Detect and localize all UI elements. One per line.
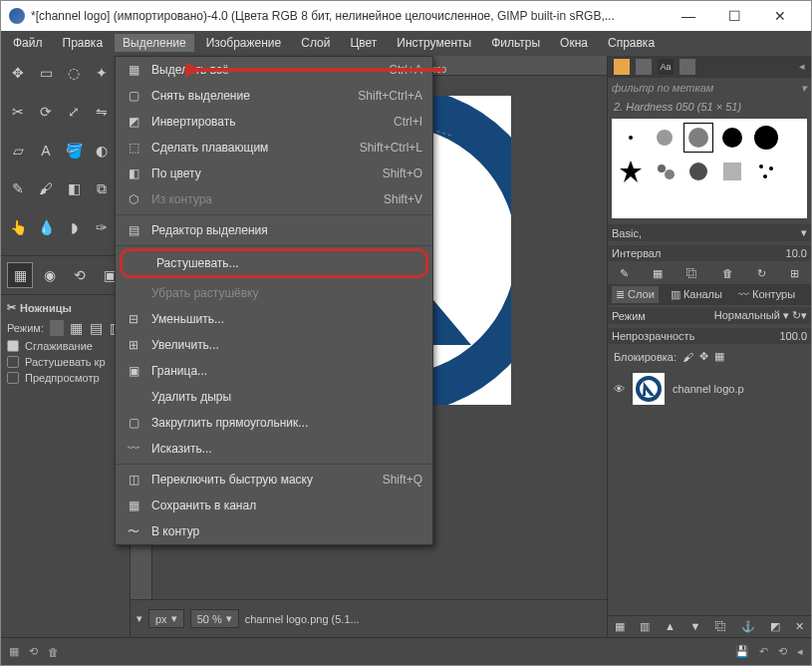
tool-text[interactable]: A [33, 138, 59, 164]
dup-brush-icon[interactable]: ⿻ [686, 267, 697, 280]
sb-save-icon[interactable]: 💾 [735, 645, 749, 658]
minimize-button[interactable]: — [666, 1, 711, 31]
layer-group-icon[interactable]: ▥ [640, 620, 650, 633]
brush-dot[interactable] [616, 123, 646, 153]
brushes-tab-icon[interactable] [614, 59, 630, 75]
menu-item-выделить-вс-[interactable]: ▦Выделить всёCtrl+A [116, 57, 432, 83]
raise-layer-icon[interactable]: ▲ [665, 620, 676, 633]
panel-menu-icon[interactable]: ◂ [799, 60, 805, 73]
tool-clone[interactable]: ⧉ [89, 175, 115, 201]
menu-цвет[interactable]: Цвет [342, 34, 385, 52]
fonts-tab-icon[interactable]: Aa [658, 59, 674, 75]
tool-dodge[interactable]: ◗ [61, 214, 87, 240]
menu-item-сохранить-в-канал[interactable]: ▦Сохранить в канал [116, 493, 432, 518]
menu-item-редактор-выделения[interactable]: ▤Редактор выделения [116, 217, 432, 243]
feather-checkbox[interactable] [7, 356, 19, 368]
menu-справка[interactable]: Справка [600, 34, 663, 52]
menu-окна[interactable]: Окна [552, 34, 596, 52]
history-tab-icon[interactable] [679, 59, 695, 75]
tool-option-tab[interactable]: ▦ [7, 262, 33, 288]
visibility-icon[interactable]: 👁 [614, 383, 625, 395]
menu-изображение[interactable]: Изображение [198, 34, 290, 52]
del-brush-icon[interactable]: 🗑 [722, 267, 733, 280]
filter-by-tags[interactable]: фильтр по меткам▾ [608, 78, 811, 99]
menu-item-уменьшить-[interactable]: ⊟Уменьшить... [116, 306, 432, 332]
opacity-input[interactable]: Непрозрачность100.0 [608, 328, 811, 344]
menu-фильтры[interactable]: Фильтры [483, 34, 548, 52]
brush-grid[interactable] [612, 119, 807, 218]
delete-layer-icon[interactable]: ✕ [795, 620, 804, 633]
interval-input[interactable]: Интервал10.0 [608, 245, 811, 261]
tool-blur[interactable]: 💧 [33, 214, 59, 240]
tool-free-select[interactable]: ◌ [61, 60, 87, 86]
menu-item-снять-выделение[interactable]: ▢Снять выделениеShift+Ctrl+A [116, 83, 432, 109]
menu-item-инвертировать[interactable]: ◩ИнвертироватьCtrl+I [116, 109, 432, 135]
blend-mode[interactable]: Режим Нормальный ▾ ↻▾ [608, 307, 811, 324]
menu-item-закруглить-прямоугольник-[interactable]: ▢Закруглить прямоугольник... [116, 410, 432, 436]
sb-icon-1[interactable]: ▦ [9, 645, 19, 658]
device-tab[interactable]: ◉ [37, 262, 63, 288]
tool-perspective[interactable]: ▱ [5, 138, 31, 164]
menu-item-удалить-дыры[interactable]: Удалить дыры [116, 384, 432, 410]
tool-brush[interactable]: 🖌 [33, 175, 59, 201]
menu-item-исказить-[interactable]: 〰Исказить... [116, 436, 432, 462]
tool-pencil[interactable]: ✎ [5, 175, 31, 201]
tool-fuzzy[interactable]: ✦ [89, 60, 115, 86]
lock-pixels-icon[interactable]: 🖌 [682, 351, 693, 363]
tool-gradient[interactable]: ◐ [89, 138, 115, 164]
brush-splat1[interactable] [650, 157, 679, 186]
close-button[interactable]: ✕ [757, 1, 803, 31]
tool-crop[interactable]: ✂ [5, 99, 31, 125]
tab-paths[interactable]: 〰 Контуры [734, 286, 799, 303]
sb-menu-icon[interactable]: ◂ [797, 645, 803, 658]
tool-path[interactable]: ✑ [89, 214, 115, 240]
menu-item-в-контур[interactable]: 〜В контур [116, 518, 432, 544]
zoom-selector[interactable]: 50 %▾ [190, 609, 239, 628]
menu-правка[interactable]: Правка [55, 34, 112, 52]
sb-reset-icon[interactable]: ⟲ [778, 645, 787, 658]
lower-layer-icon[interactable]: ▼ [690, 620, 701, 633]
mode-add-icon[interactable]: ▦ [70, 320, 84, 336]
menu-инструменты[interactable]: Инструменты [389, 34, 479, 52]
preview-checkbox[interactable] [7, 372, 19, 384]
mode-sub-icon[interactable]: ▤ [90, 320, 104, 336]
menu-item-увеличить-[interactable]: ⊞Увеличить... [116, 332, 432, 358]
basic-selector[interactable]: Basic,▾ [608, 224, 811, 241]
menu-item-граница-[interactable]: ▣Граница... [116, 358, 432, 384]
layer-row[interactable]: 👁 channel logo.p [608, 367, 811, 411]
menu-item-переключить-быструю-маску[interactable]: ◫Переключить быструю маскуShift+Q [116, 467, 432, 493]
tool-scale[interactable]: ⤢ [61, 99, 87, 125]
brush-hard-l[interactable] [751, 123, 781, 153]
brush-star[interactable] [616, 157, 646, 186]
refresh-brush-icon[interactable]: ↻ [757, 267, 766, 280]
open-brush-icon[interactable]: ⊞ [790, 267, 799, 280]
menu-выделение[interactable]: Выделение [115, 34, 194, 52]
tab-layers[interactable]: ≣ Слои [612, 286, 659, 303]
new-layer-icon[interactable]: ▦ [615, 620, 625, 633]
merge-layer-icon[interactable]: ⚓ [741, 620, 755, 633]
tool-rotate[interactable]: ⟳ [33, 99, 59, 125]
sb-restore-icon[interactable]: ↶ [759, 645, 768, 658]
brush-splat2[interactable] [683, 157, 713, 186]
tool-smudge[interactable]: 👆 [5, 214, 31, 240]
brush-hard-m[interactable] [717, 123, 747, 153]
menu-файл[interactable]: Файл [5, 34, 51, 52]
tool-flip[interactable]: ⇋ [89, 99, 115, 125]
antialias-checkbox[interactable]: ✕ [7, 340, 19, 352]
maximize-button[interactable]: ☐ [711, 1, 757, 31]
sb-icon-3[interactable]: 🗑 [48, 646, 59, 658]
new-brush-icon[interactable]: ▦ [653, 267, 663, 280]
edit-brush-icon[interactable]: ✎ [620, 267, 629, 280]
brush-dots[interactable] [751, 157, 781, 186]
lock-alpha-icon[interactable]: ▦ [714, 350, 724, 363]
tab-channels[interactable]: ▥ Каналы [667, 286, 726, 303]
tool-rect-select[interactable]: ▭ [33, 60, 59, 86]
menu-item-растушевать-[interactable]: Растушевать... [120, 248, 428, 278]
mask-layer-icon[interactable]: ◩ [770, 620, 780, 633]
tool-eraser[interactable]: ◧ [61, 175, 87, 201]
brush-soft-m[interactable] [683, 123, 713, 153]
menu-слой[interactable]: Слой [293, 34, 338, 52]
tool-move[interactable]: ✥ [5, 60, 31, 86]
unit-selector[interactable]: px▾ [148, 609, 184, 628]
menu-item-по-цвету[interactable]: ◧По цветуShift+O [116, 161, 432, 186]
